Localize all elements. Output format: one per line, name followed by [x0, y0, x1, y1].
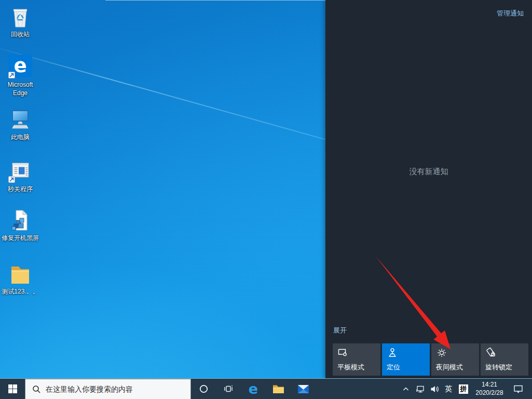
start-button[interactable] — [0, 379, 25, 399]
cortana-button[interactable] — [191, 379, 216, 399]
desktop-icon-recycle-bin[interactable]: 回收站 — [1, 4, 40, 39]
night-mode-icon — [436, 347, 447, 358]
registry-file-icon — [8, 208, 33, 233]
quick-action-label: 平板模式 — [337, 363, 364, 372]
quick-actions-row: 平板模式 定位 夜间模 — [333, 343, 528, 376]
network-icon — [416, 385, 425, 393]
quick-action-label: 定位 — [387, 363, 400, 372]
edge-taskbar-button[interactable]: e — [241, 379, 266, 399]
volume-icon — [430, 385, 439, 393]
quick-action-label: 旋转锁定 — [485, 363, 512, 372]
no-notifications-text: 没有新通知 — [325, 167, 532, 177]
task-view-icon — [224, 384, 233, 393]
expand-link[interactable]: 展开 — [333, 326, 347, 335]
file-explorer-button[interactable] — [266, 379, 291, 399]
desktop-icon-label: 测试123.。。 — [1, 288, 40, 296]
recycle-bin-icon — [8, 4, 33, 29]
quick-action-label: 夜间模式 — [436, 363, 463, 372]
location-icon — [387, 347, 398, 358]
tablet-mode-icon — [337, 347, 349, 358]
quick-action-rotation-lock[interactable]: 旋转锁定 — [481, 343, 528, 376]
cortana-icon — [199, 384, 208, 393]
shortcut-arrow-icon — [8, 72, 15, 78]
notification-bubble-icon — [513, 384, 523, 394]
app-window-shortcut-icon — [8, 159, 33, 184]
desktop-icon-label: Microsoft Edge — [1, 81, 40, 97]
taskbar: e — [0, 378, 532, 399]
this-pc-icon — [8, 107, 33, 132]
desktop-icon-label: 修复开机黑屏 — [1, 234, 40, 243]
shortcut-arrow-icon — [8, 176, 15, 183]
desktop-icon-this-pc[interactable]: 此电脑 — [1, 107, 40, 142]
chevron-up-icon — [402, 385, 410, 393]
manage-notifications-link[interactable]: 管理通知 — [497, 9, 524, 18]
volume-tray-button[interactable] — [427, 379, 442, 399]
rotation-lock-icon — [485, 347, 497, 358]
action-center-panel: 管理通知 没有新通知 展开 平板模式 — [325, 0, 532, 378]
desktop-icon-app-shortcut[interactable]: 秒关程序 — [1, 159, 40, 194]
desktop-icon-test-folder[interactable]: 测试123.。。 — [1, 261, 40, 296]
microsoft-edge-icon: e — [8, 55, 33, 79]
tray-overflow-button[interactable] — [399, 379, 413, 399]
taskbar-search-box[interactable] — [25, 379, 191, 399]
task-view-button[interactable] — [216, 379, 241, 399]
file-explorer-icon — [272, 384, 284, 394]
quick-action-night-mode[interactable]: 夜间模式 — [431, 343, 479, 376]
mail-button[interactable] — [291, 379, 316, 399]
top-edge-sliver — [105, 0, 325, 1]
clock-time: 14:21 — [472, 381, 507, 389]
desktop-icon-label: 秒关程序 — [1, 185, 40, 194]
system-tray: 英 拼 14:21 2020/2/28 — [399, 379, 532, 399]
mail-icon — [297, 384, 309, 394]
desktop-icon-microsoft-edge[interactable]: e Microsoft Edge — [1, 54, 40, 97]
ime-language-indicator[interactable]: 英 — [442, 384, 455, 394]
network-tray-button[interactable] — [413, 379, 427, 399]
search-icon — [32, 385, 41, 394]
windows-logo-icon — [8, 384, 17, 393]
folder-icon — [8, 261, 33, 286]
quick-action-tablet-mode[interactable]: 平板模式 — [333, 343, 380, 376]
desktop-icon-label: 回收站 — [1, 31, 40, 39]
action-center-button[interactable] — [507, 379, 529, 399]
desktop-icon-label: 此电脑 — [1, 134, 40, 142]
clock-date: 2020/2/28 — [472, 389, 507, 397]
ime-mode-badge[interactable]: 拼 — [459, 384, 468, 394]
edge-icon: e — [249, 382, 258, 396]
desktop: 回收站 e Microsoft Edge — [0, 0, 532, 399]
taskbar-clock[interactable]: 14:21 2020/2/28 — [472, 381, 507, 397]
quick-action-location[interactable]: 定位 — [382, 343, 430, 376]
desktop-icon-registry-fix[interactable]: 修复开机黑屏 — [1, 208, 40, 243]
search-input[interactable] — [46, 385, 190, 393]
